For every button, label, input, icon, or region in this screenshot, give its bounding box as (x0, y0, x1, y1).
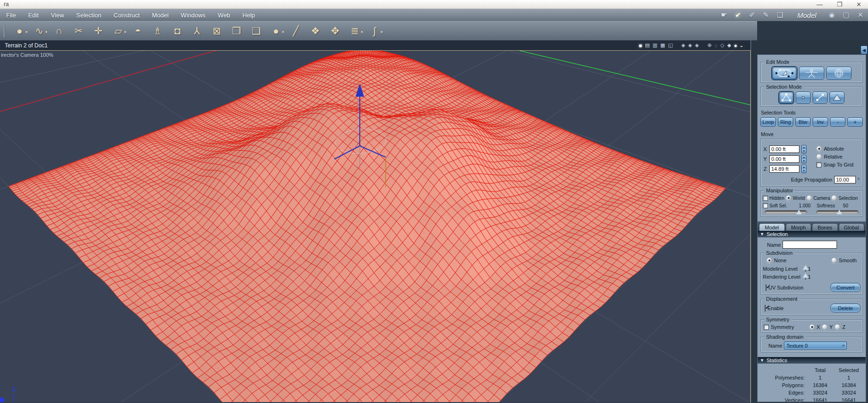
move-x-input[interactable] (769, 145, 799, 153)
menu-construct[interactable]: Construct (108, 12, 146, 19)
layout-single-pane-icon[interactable]: ■ (639, 43, 642, 48)
menu-file[interactable]: File (0, 12, 22, 19)
lathe-tool[interactable]: ♗ (151, 23, 164, 39)
panel-collapse-button[interactable]: ◀ (860, 46, 868, 54)
relative-radio[interactable] (816, 154, 822, 160)
close-button[interactable]: ✕ (856, 1, 861, 8)
move-y-stepper[interactable]: ▲▼ (801, 155, 806, 163)
cut-scissors-tool[interactable]: ✂ (72, 23, 85, 39)
softness-slider-thumb[interactable] (837, 210, 842, 214)
hidden-checkbox[interactable] (763, 196, 768, 201)
modeling-level-slider-thumb[interactable] (803, 265, 808, 270)
maximize-panel-icon[interactable]: ▢ (843, 11, 849, 19)
menu-windows[interactable]: Windows (175, 12, 212, 19)
symmetry-y-radio[interactable] (822, 324, 828, 330)
rendering-level-slider-thumb[interactable] (803, 273, 808, 278)
step-down-icon[interactable]: ▼ (802, 149, 806, 153)
none-radio[interactable] (767, 258, 772, 263)
delete-button[interactable]: Delete (830, 304, 860, 312)
tab-bones[interactable]: Bones (812, 223, 838, 231)
delete-facet-tool[interactable]: ⊠ (210, 23, 224, 39)
minimize-button[interactable]: — (816, 1, 822, 8)
selection-tool-btw-button[interactable]: Btw (795, 117, 811, 127)
selection-mode-point-button[interactable] (796, 91, 811, 104)
uv-subdivision-checkbox[interactable] (766, 284, 767, 291)
move-x-stepper[interactable]: ▲▼ (801, 145, 806, 153)
step-up-icon[interactable]: ▲ (802, 165, 806, 169)
step-down-icon[interactable]: ▼ (802, 169, 806, 173)
curve-edit-tool[interactable]: ∿▸ (32, 23, 46, 39)
wrap-tool[interactable]: ❑ (249, 23, 263, 39)
menu-edit[interactable]: Edit (22, 12, 45, 19)
soft-sel-slider[interactable] (765, 210, 807, 214)
selection-mode-auto-button[interactable] (779, 91, 794, 104)
twist-deformer-tool[interactable]: ❖ (309, 23, 322, 39)
symmetry-z-radio[interactable] (835, 324, 840, 330)
extrude-tool[interactable]: ◘ (170, 23, 184, 39)
goblet-tool[interactable]: ⅄ (190, 23, 204, 39)
selection-section-header[interactable]: ▼ Selection (758, 231, 866, 237)
soft-sel-checkbox[interactable] (763, 203, 768, 208)
selection-tool-inv-button[interactable]: Inv (813, 117, 828, 127)
layout-three-pane-icon[interactable]: ▥ (652, 42, 657, 48)
selection-tool-loop-button[interactable]: Loop (760, 117, 776, 127)
restore-button[interactable]: ❐ (837, 1, 842, 8)
layout-corner-pane-icon[interactable]: ◱ (668, 42, 673, 48)
selection-tool-ring-button[interactable]: Ring (778, 117, 793, 127)
tab-global[interactable]: Global (839, 223, 865, 231)
step-up-icon[interactable]: ▲ (802, 155, 806, 159)
camera-preset-3-icon[interactable]: ◈ (695, 42, 699, 48)
convert-button[interactable]: Convert (830, 283, 860, 292)
step-down-icon[interactable]: ▼ (802, 159, 806, 163)
edit-mode-skeleton-button[interactable] (799, 67, 824, 80)
modeling-level-slider[interactable] (805, 266, 806, 272)
edit-mode-uv-button[interactable] (826, 67, 852, 80)
camera-radio[interactable] (806, 195, 812, 201)
terrain-canvas[interactable] (0, 51, 751, 402)
menu-help[interactable]: Help (236, 12, 261, 19)
camera-preset-2-icon[interactable]: ◈ (688, 42, 692, 48)
smooth-display-icon[interactable]: ● (734, 43, 737, 48)
wireframe-display-icon[interactable]: ◇ (721, 42, 724, 48)
move-z-input[interactable] (769, 165, 799, 173)
magnet-tool[interactable]: ∩ (52, 23, 66, 39)
paint-mode-icon[interactable]: ✎ (763, 11, 769, 19)
selection-tool---button[interactable]: - (830, 117, 845, 127)
camera-preset-1-icon[interactable]: ◈ (682, 42, 685, 48)
symmetry-x-radio[interactable] (809, 324, 815, 330)
solid-display-icon[interactable]: ◆ (727, 42, 731, 48)
surface-mode-icon[interactable]: ✐ (749, 11, 755, 19)
symmetry-checkbox[interactable] (764, 325, 769, 330)
edge-propagation-input[interactable] (834, 176, 856, 183)
world-radio[interactable] (786, 195, 791, 201)
soft-sel-slider-thumb[interactable] (796, 210, 802, 214)
insert-point-tool[interactable]: ✛ (92, 23, 105, 39)
dome-tool[interactable]: ◓ (131, 23, 145, 39)
render-mode-icon[interactable]: ❏ (777, 11, 783, 19)
toolbar-grip[interactable] (4, 25, 5, 37)
model-mode-icon[interactable]: ✔ (735, 11, 741, 19)
stretch-deformer-tool[interactable]: ≣▸ (348, 23, 362, 39)
taper-deformer-tool[interactable]: ∫▸ (368, 23, 381, 39)
selection-radio[interactable] (831, 195, 837, 201)
softness-slider[interactable] (816, 210, 859, 214)
statistics-section-header[interactable]: ▼ Statistics (758, 357, 866, 364)
close-panel-icon[interactable]: ✕ (857, 11, 863, 19)
absolute-radio[interactable] (816, 146, 822, 152)
tab-model[interactable]: Model (759, 223, 785, 231)
menu-selection[interactable]: Selection (70, 12, 107, 19)
rectangle-tool[interactable]: ▱▸ (111, 23, 125, 39)
move-y-input[interactable] (769, 155, 799, 163)
line-tool[interactable]: ╱ (289, 23, 302, 39)
menu-model[interactable]: Model (146, 12, 174, 19)
selection-tool-+-button[interactable]: + (847, 117, 863, 127)
layout-two-pane-icon[interactable]: ▤ (645, 42, 650, 48)
step-up-icon[interactable]: ▲ (802, 145, 806, 149)
eye-icon[interactable]: ◉ (829, 11, 835, 19)
textured-display-icon[interactable]: ◒ (740, 43, 743, 48)
edit-mode-object-button[interactable] (772, 67, 797, 80)
layout-four-pane-icon[interactable]: ▦ (660, 42, 665, 48)
tab-morph[interactable]: Morph (786, 223, 812, 231)
selection-mode-face-button[interactable] (829, 91, 845, 104)
zoom-extents-icon[interactable]: ⊕ (707, 42, 712, 48)
